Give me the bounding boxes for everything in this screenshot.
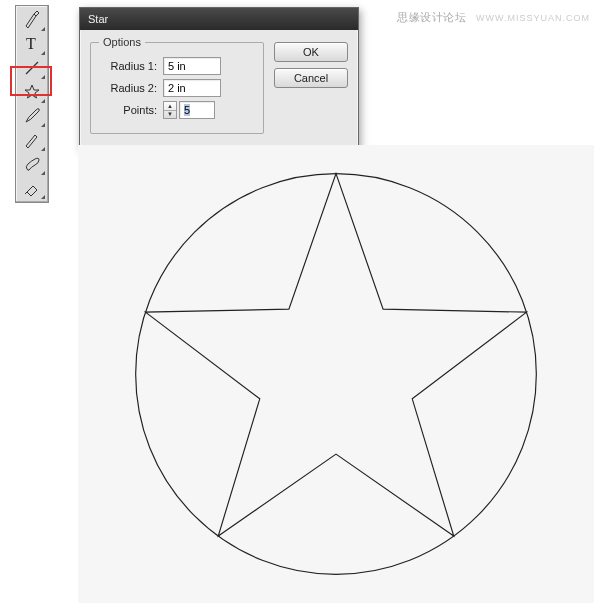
watermark-cn: 思缘设计论坛 <box>397 11 466 23</box>
line-segment-tool[interactable] <box>18 56 46 80</box>
submenu-indicator-icon <box>41 75 45 79</box>
artwork <box>121 159 551 589</box>
blob-brush-tool[interactable] <box>18 152 46 176</box>
cancel-button-label: Cancel <box>294 72 328 84</box>
dialog-body: Options Radius 1: Radius 2: Points: ▲ ▼ … <box>80 30 358 148</box>
stepper-up-icon[interactable]: ▲ <box>164 102 176 111</box>
pencil-tool[interactable] <box>18 128 46 152</box>
submenu-indicator-icon <box>41 51 45 55</box>
radius2-label: Radius 2: <box>99 82 157 94</box>
points-input[interactable]: 5 <box>179 101 215 119</box>
submenu-indicator-icon <box>41 171 45 175</box>
star-path <box>145 174 526 536</box>
cancel-button[interactable]: Cancel <box>274 68 348 88</box>
submenu-indicator-icon <box>41 147 45 151</box>
tools-panel: T <box>15 5 49 203</box>
options-legend: Options <box>99 36 145 48</box>
submenu-indicator-icon <box>41 195 45 199</box>
dialog-buttons: OK Cancel <box>274 42 348 134</box>
circle-path <box>136 174 537 575</box>
points-label: Points: <box>99 104 157 116</box>
ok-button-label: OK <box>303 46 319 58</box>
svg-text:T: T <box>26 35 36 52</box>
submenu-indicator-icon <box>41 123 45 127</box>
points-stepper-buttons[interactable]: ▲ ▼ <box>163 101 177 119</box>
radius1-label: Radius 1: <box>99 60 157 72</box>
radius2-input[interactable] <box>163 79 221 97</box>
watermark: 思缘设计论坛 WWW.MISSYUAN.COM <box>397 10 590 25</box>
stepper-down-icon[interactable]: ▼ <box>164 111 176 119</box>
star-tool[interactable] <box>18 80 46 104</box>
artboard[interactable] <box>78 145 594 603</box>
dialog-title: Star <box>88 13 108 25</box>
submenu-indicator-icon <box>41 27 45 31</box>
watermark-url: WWW.MISSYUAN.COM <box>476 13 590 23</box>
svg-line-1 <box>26 62 38 74</box>
star-dialog: Star Options Radius 1: Radius 2: Points:… <box>79 7 359 149</box>
points-stepper[interactable]: ▲ ▼ 5 <box>163 101 215 119</box>
pen-tool[interactable] <box>18 8 46 32</box>
submenu-indicator-icon <box>41 99 45 103</box>
eraser-tool[interactable] <box>18 176 46 200</box>
paintbrush-tool[interactable] <box>18 104 46 128</box>
ok-button[interactable]: OK <box>274 42 348 62</box>
options-group: Options Radius 1: Radius 2: Points: ▲ ▼ … <box>90 42 264 134</box>
dialog-titlebar[interactable]: Star <box>80 8 358 30</box>
type-tool[interactable]: T <box>18 32 46 56</box>
radius1-input[interactable] <box>163 57 221 75</box>
svg-marker-2 <box>25 85 39 98</box>
points-value: 5 <box>184 104 190 116</box>
